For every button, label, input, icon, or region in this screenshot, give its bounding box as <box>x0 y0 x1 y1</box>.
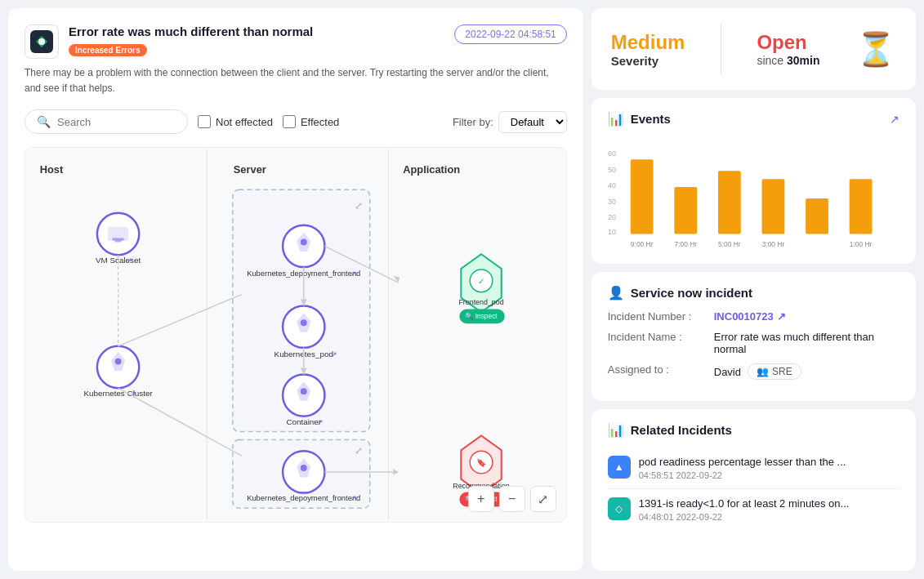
severity-sub: Severity <box>611 54 685 68</box>
zoom-controls: + − ⤢ <box>468 486 556 512</box>
search-box[interactable]: 🔍 <box>25 109 188 134</box>
title-area: Error rate was much different than norma… <box>69 24 313 56</box>
external-link-icon[interactable]: ↗ <box>890 113 899 126</box>
svg-text:Frontend_pod: Frontend_pod <box>458 299 503 307</box>
svg-text:↗: ↗ <box>350 269 357 278</box>
related-item[interactable]: ▲ pod readiness percentage lesser than t… <box>608 448 899 489</box>
effected-label: Effected <box>301 116 339 128</box>
severity-card: Medium Severity Open since 30min ⏳ <box>591 8 916 90</box>
svg-rect-57 <box>459 310 504 324</box>
severity-level: Medium <box>611 31 685 54</box>
not-effected-checkbox[interactable] <box>198 115 211 128</box>
incident-number-row: Incident Number : INC0010723 ↗ <box>608 310 899 323</box>
svg-text:Kubernetes_depoyment_frontend: Kubernetes_depoyment_frontend <box>247 269 360 278</box>
svg-rect-73 <box>674 187 697 234</box>
incident-name-row: Incident Name : Error rate was much diff… <box>608 331 899 355</box>
events-header: 📊 Events ↗ <box>608 111 899 127</box>
svg-text:Kubernetes Cluster: Kubernetes Cluster <box>83 389 153 398</box>
svg-marker-41 <box>301 368 307 375</box>
svg-point-15 <box>115 359 122 365</box>
svg-text:10: 10 <box>608 228 616 236</box>
not-effected-label: Not effected <box>216 116 273 128</box>
related-item-2[interactable]: ◇ 1391-is ready<1.0 for at least 2 minut… <box>608 489 899 530</box>
zoom-out-button[interactable]: − <box>499 486 525 512</box>
expand-button[interactable]: ⤢ <box>530 486 556 512</box>
svg-marker-59 <box>461 436 501 494</box>
status-open: Open <box>757 31 806 54</box>
svg-text:5:00 Hr: 5:00 Hr <box>718 240 741 248</box>
severity-divider <box>721 24 721 73</box>
svg-rect-80 <box>849 179 872 234</box>
svg-text:3:00 Hr: 3:00 Hr <box>761 240 784 248</box>
svg-text:1:00 Hr: 1:00 Hr <box>850 240 873 248</box>
related-chart-icon: 📊 <box>608 422 624 438</box>
svg-text:7:00 Hr: 7:00 Hr <box>674 240 697 248</box>
related-item-icon-1: ▲ <box>608 456 631 479</box>
svg-text:↗: ↗ <box>331 350 337 359</box>
svg-point-33 <box>283 375 324 416</box>
svg-text:Kubernetes_pod: Kubernetes_pod <box>275 350 333 359</box>
app-logo <box>25 24 59 59</box>
related-item-text-1: pod readiness percentage lesser than the… <box>639 456 899 480</box>
svg-rect-77 <box>761 179 784 234</box>
severity-right: Open since 30min <box>757 31 819 67</box>
svg-text:60: 60 <box>608 149 616 158</box>
related-item-text-2: 1391-is ready<1.0 for at least 2 minutes… <box>639 497 899 522</box>
assigned-value: David 👥 SRE <box>714 363 801 380</box>
service-title: 👤 Service now incident <box>608 285 752 301</box>
related-item-title-1: pod readiness percentage lesser than the… <box>639 456 899 468</box>
related-item-time-2: 04:48:01 2022-09-22 <box>639 512 899 522</box>
svg-rect-10 <box>115 241 122 243</box>
svg-point-7 <box>97 213 139 255</box>
svg-point-54 <box>470 269 493 292</box>
svg-point-13 <box>97 346 139 388</box>
filter-row: 🔍 Not effected Effected Filter by: Defau… <box>25 109 567 134</box>
related-header: 📊 Related Incidents <box>608 422 899 438</box>
events-title: 📊 Events <box>608 111 671 127</box>
related-incidents-card: 📊 Related Incidents ▲ pod readiness perc… <box>591 409 916 571</box>
filter-select[interactable]: Default <box>498 111 567 133</box>
svg-rect-8 <box>109 228 128 241</box>
zoom-in-button[interactable]: + <box>468 486 494 512</box>
not-effected-filter[interactable]: Not effected <box>198 115 273 128</box>
incident-name-value: Error rate was much different than norma… <box>714 331 899 355</box>
svg-text:Server: Server <box>234 164 266 176</box>
svg-rect-9 <box>113 238 124 241</box>
svg-point-28 <box>283 306 324 348</box>
svg-text:Kubernetes_depoyment_frontend: Kubernetes_depoyment_frontend <box>247 495 360 503</box>
svg-text:20: 20 <box>608 213 616 221</box>
external-link-icon: ↗ <box>777 310 786 323</box>
effected-checkbox[interactable] <box>283 115 296 128</box>
svg-marker-50 <box>393 276 400 283</box>
svg-line-20 <box>118 389 242 457</box>
incident-number-link[interactable]: INC0010723 ↗ <box>714 310 786 323</box>
right-panel: Medium Severity Open since 30min ⏳ 📊 Eve… <box>591 0 924 579</box>
effected-filter[interactable]: Effected <box>283 115 339 128</box>
assigned-label: Assigned to : <box>608 363 714 376</box>
svg-text:🔖: 🔖 <box>476 457 487 468</box>
svg-marker-29 <box>297 314 310 332</box>
svg-point-44 <box>283 452 324 493</box>
svg-point-46 <box>301 465 307 471</box>
svg-marker-52 <box>393 469 398 475</box>
svg-text:Host: Host <box>40 164 64 176</box>
related-item-time-1: 04:58:51 2022-09-22 <box>639 470 899 480</box>
svg-marker-34 <box>297 383 310 401</box>
related-item-icon-2: ◇ <box>608 497 631 520</box>
assigned-row: Assigned to : David 👥 SRE <box>608 363 899 380</box>
svg-text:9:00 Hr: 9:00 Hr <box>631 240 654 248</box>
left-panel: Error rate was much different than norma… <box>8 8 583 571</box>
bar-chart-icon: 📊 <box>608 111 624 127</box>
svg-point-23 <box>283 225 324 267</box>
service-header: 👤 Service now incident <box>608 285 899 301</box>
svg-rect-71 <box>631 159 654 234</box>
svg-text:🔍 Inspect: 🔍 Inspect <box>465 313 498 322</box>
svg-text:✓: ✓ <box>478 277 484 286</box>
assigned-name: David <box>714 366 741 378</box>
service-icon: 👤 <box>608 285 624 301</box>
svg-text:VM Scaleset: VM Scaleset <box>96 256 141 265</box>
timestamp-badge: 2022-09-22 04:58:51 <box>454 24 566 44</box>
svg-point-60 <box>470 452 493 474</box>
svg-text:50: 50 <box>608 166 616 174</box>
search-input[interactable] <box>57 116 176 128</box>
